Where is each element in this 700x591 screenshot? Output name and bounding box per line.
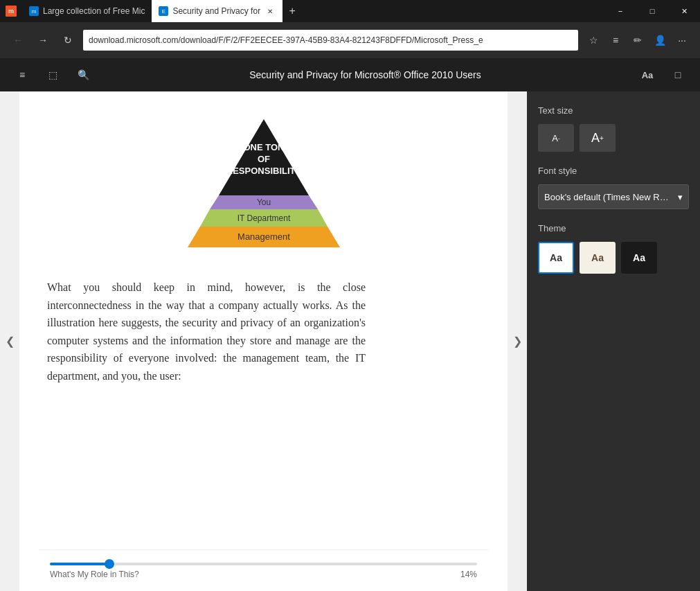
book-paragraph: What you should keep in mind, however, i…: [47, 279, 366, 385]
font-value: Book's default (Times New R…: [544, 192, 669, 202]
minimize-button[interactable]: −: [604, 0, 636, 22]
chapter-label: What's My Role in This?: [50, 570, 139, 579]
reader-search-button[interactable]: 🔍: [72, 64, 94, 86]
svg-text:ONE TON: ONE TON: [243, 142, 284, 152]
reader-bookmark-button[interactable]: ⬚: [42, 64, 64, 86]
pyramid-diagram: ONE TON OF RESPONSIBILITY You IT Departm…: [153, 112, 375, 265]
profile-icon[interactable]: 👤: [650, 30, 670, 50]
favorite-icon[interactable]: ☆: [584, 30, 603, 50]
settings-panel: Text size A- A+ Font style Book's defaul…: [527, 91, 700, 591]
tab1-favicon: m: [29, 6, 39, 16]
more-icon[interactable]: ···: [672, 30, 692, 50]
font-dropdown[interactable]: Book's default (Times New R… ▾: [538, 184, 689, 209]
svg-text:IT Department: IT Department: [237, 213, 290, 223]
forward-button[interactable]: →: [33, 30, 53, 50]
hub-icon[interactable]: ≡: [606, 30, 625, 50]
main-area: ❮ ONE TON OF RESPONSIBILITY You IT Depar…: [0, 91, 700, 591]
reader-toolbar: ≡ ⬚ 🔍 Security and Privacy for Microsoft…: [0, 58, 700, 91]
prev-page-button[interactable]: ❮: [0, 91, 19, 591]
title-bar: m m Large collection of Free Mic E Secur…: [0, 0, 700, 22]
bottom-bar: What's My Role in This? 14%: [39, 549, 488, 591]
close-button[interactable]: ✕: [668, 0, 700, 22]
bottom-info: What's My Role in This? 14%: [50, 570, 477, 579]
theme-sepia-button[interactable]: Aa: [580, 242, 616, 274]
reader-title: Security and Privacy for Microsoft® Offi…: [102, 69, 628, 80]
progress-percent: 14%: [460, 570, 477, 579]
svg-text:OF: OF: [257, 154, 269, 164]
tab2-favicon: E: [159, 6, 168, 16]
progress-fill: [50, 563, 109, 565]
theme-label: Theme: [538, 223, 689, 233]
address-input[interactable]: [83, 30, 578, 51]
text-size-label: Text size: [538, 105, 689, 116]
diagram: ONE TON OF RESPONSIBILITY You IT Departm…: [47, 112, 480, 265]
new-tab-button[interactable]: +: [282, 1, 302, 21]
reader-font-button[interactable]: Aa: [636, 64, 658, 86]
next-page-button[interactable]: ❯: [508, 91, 527, 591]
svg-text:RESPONSIBILITY: RESPONSIBILITY: [226, 166, 301, 176]
browser-logo: m: [6, 6, 17, 17]
decrease-text-button[interactable]: A-: [538, 124, 574, 152]
theme-light-button[interactable]: Aa: [538, 242, 574, 274]
tab-2[interactable]: E Security and Privacy for ✕: [152, 0, 282, 22]
increase-text-button[interactable]: A+: [580, 124, 616, 152]
theme-dark-button[interactable]: Aa: [621, 242, 657, 274]
progress-bar[interactable]: [50, 563, 477, 565]
reader-save-button[interactable]: □: [667, 64, 689, 86]
tab2-close[interactable]: ✕: [264, 6, 276, 17]
font-style-section: Font style Book's default (Times New R… …: [538, 166, 689, 209]
tab-list: m Large collection of Free Mic E Securit…: [22, 0, 604, 22]
theme-section: Theme Aa Aa Aa: [538, 223, 689, 274]
notes-icon[interactable]: ✏: [628, 30, 647, 50]
reader-menu-button[interactable]: ≡: [11, 64, 33, 86]
text-size-controls: A- A+: [538, 124, 689, 152]
font-style-label: Font style: [538, 166, 689, 176]
refresh-button[interactable]: ↻: [58, 30, 78, 50]
tab-1[interactable]: m Large collection of Free Mic: [22, 0, 152, 22]
theme-options: Aa Aa Aa: [538, 242, 689, 274]
dropdown-chevron-icon: ▾: [678, 192, 683, 202]
progress-thumb[interactable]: [105, 559, 114, 569]
window-controls: − □ ✕: [604, 0, 700, 22]
tab2-label: Security and Privacy for: [172, 6, 260, 16]
svg-text:You: You: [256, 197, 270, 207]
address-bar: ← → ↻ ☆ ≡ ✏ 👤 ···: [0, 22, 700, 58]
toolbar-icons: ☆ ≡ ✏ 👤 ···: [584, 30, 692, 50]
book-content: ONE TON OF RESPONSIBILITY You IT Departm…: [19, 91, 508, 591]
svg-text:Management: Management: [237, 231, 290, 242]
back-button[interactable]: ←: [8, 30, 28, 50]
tab1-label: Large collection of Free Mic: [43, 6, 145, 16]
maximize-button[interactable]: □: [636, 0, 668, 22]
